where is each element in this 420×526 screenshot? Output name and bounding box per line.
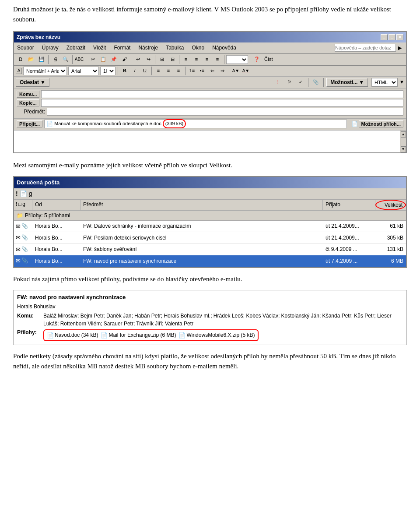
menu-nastroje[interactable]: Nástroje xyxy=(137,43,159,53)
highlight-btn[interactable]: A▼ xyxy=(231,67,240,75)
compose-body[interactable] xyxy=(14,131,400,152)
align-right[interactable]: ≡ xyxy=(202,55,212,64)
toolbar-row-1: 🗋 📂 💾 🖨 🔍 ABC ✂ 📋 📌 🖌 ↩ ↪ ⊞ ⊟ ≡ ≡ ≡ ≡ 10… xyxy=(14,54,406,66)
preview-button[interactable]: 🔍 xyxy=(61,55,70,64)
italic-button[interactable]: I xyxy=(130,67,139,75)
menu-bar: Soubor Úpravy Zobrazit Vložit Formát Nás… xyxy=(14,42,406,54)
insert-table[interactable]: ⊞ xyxy=(157,55,167,64)
row0-date: út 21.4.2009... xyxy=(323,222,375,230)
to-button[interactable]: Komu... xyxy=(17,91,39,98)
options-dropdown-icon[interactable]: ▼ xyxy=(359,79,364,85)
help-search-go[interactable]: ▶ xyxy=(397,44,403,52)
menu-vlozit[interactable]: Vložit xyxy=(92,43,107,53)
zoom-select[interactable]: 100% xyxy=(226,55,248,64)
align-center-fmt[interactable]: ≡ xyxy=(164,67,173,75)
minimize-button[interactable]: _ xyxy=(381,34,388,40)
new-button[interactable]: 🗋 xyxy=(16,55,25,64)
sep-fmt3 xyxy=(185,67,186,75)
numbering-btn[interactable]: 1≡ xyxy=(188,67,196,75)
menu-tabulka[interactable]: Tabulka xyxy=(164,43,185,53)
maximize-button[interactable]: □ xyxy=(388,34,396,40)
followup[interactable]: 🏳 xyxy=(284,78,294,87)
check-names[interactable]: ✓ xyxy=(296,78,305,87)
priority-high[interactable]: ! xyxy=(273,78,283,87)
save-button[interactable]: 💾 xyxy=(37,55,46,64)
options-button[interactable]: Možnosti... ▼ xyxy=(326,78,368,87)
row2-email-icon: ✉ xyxy=(16,245,21,254)
cc-button[interactable]: Kopie... xyxy=(17,99,39,106)
intro-para2: Mezi samotnými e-maily poznáme jejich ve… xyxy=(13,160,407,170)
underline-button[interactable]: U xyxy=(140,67,149,75)
paste-button[interactable]: 📌 xyxy=(109,55,119,64)
cols-button[interactable]: ⊟ xyxy=(168,55,177,64)
send-dropdown-icon[interactable]: ▼ xyxy=(40,79,46,85)
row3-subject: FW: navod pro nastaveni synchronizace xyxy=(80,257,323,265)
inbox-row-3[interactable]: ✉ 📎 Horais Bo... FW: navod pro nastaveni… xyxy=(14,255,406,267)
cut-button[interactable]: ✂ xyxy=(88,55,98,64)
scroll-down-arrow[interactable]: ▼ xyxy=(401,146,406,152)
scroll-up-arrow[interactable]: ▲ xyxy=(401,131,406,138)
bullets-btn[interactable]: •≡ xyxy=(198,67,206,75)
row1-email-icon: ✉ xyxy=(16,233,21,242)
inbox-icon-doc: 📄 xyxy=(20,189,27,198)
open-button[interactable]: 📂 xyxy=(26,55,36,64)
subject-input[interactable] xyxy=(47,108,403,116)
menu-okno[interactable]: Okno xyxy=(191,43,206,53)
help-search-input[interactable] xyxy=(335,44,396,52)
format-select-dropdown[interactable]: HTML xyxy=(371,78,398,87)
col-g[interactable]: g xyxy=(22,200,25,210)
attach-options-button[interactable]: Možnosti příloh... xyxy=(359,120,403,127)
style-select[interactable]: Normální + Aria xyxy=(23,67,67,75)
col-exclaim[interactable]: ! xyxy=(16,200,18,210)
format-dropdown-arrow[interactable]: ▼ xyxy=(399,78,404,86)
sep-fmt2 xyxy=(151,67,152,75)
spell-button[interactable]: ABC xyxy=(74,55,84,64)
align-left-fmt[interactable]: ≡ xyxy=(154,67,163,75)
col-subject-header[interactable]: Předmět xyxy=(80,200,323,210)
font-select[interactable]: Arial xyxy=(68,67,99,75)
inbox-row-1[interactable]: ✉ 📎 Horais Bo... FW: Posilam detekci ser… xyxy=(14,232,406,244)
help-btn[interactable]: ❓ xyxy=(252,55,262,64)
menu-upravy[interactable]: Úpravy xyxy=(41,43,60,53)
redo-button[interactable]: ↪ xyxy=(144,55,153,64)
font-size-indicator: A xyxy=(16,68,22,74)
inbox-row-0[interactable]: ✉ 📎 Horais Bo... FW: Datové schránky - i… xyxy=(14,221,406,233)
options-label: Možnosti... xyxy=(330,79,357,85)
font-color-btn[interactable]: A▼ xyxy=(242,67,250,75)
menu-napoveda[interactable]: Nápověda xyxy=(211,43,238,53)
inbox-title: Doručená pošta xyxy=(14,177,406,188)
indent-btn[interactable]: ⇒ xyxy=(218,67,227,75)
col-date-header[interactable]: Přijato xyxy=(323,200,375,210)
menu-soubor[interactable]: Soubor xyxy=(16,43,35,53)
menu-zobrazit[interactable]: Zobrazit xyxy=(65,43,87,53)
print-button[interactable]: 🖨 xyxy=(50,55,60,64)
close-button[interactable]: ✕ xyxy=(396,34,403,40)
justify[interactable]: ≡ xyxy=(213,55,222,64)
attach-button[interactable]: Připojit... xyxy=(17,120,42,127)
col-doc-icon[interactable]: □ xyxy=(18,200,21,210)
bold-button[interactable]: B xyxy=(120,67,129,75)
to-input[interactable] xyxy=(41,90,403,98)
outdent-btn[interactable]: ⇐ xyxy=(208,67,217,75)
align-left[interactable]: ≡ xyxy=(181,55,191,64)
fontsize-select[interactable]: 10 xyxy=(100,67,116,75)
col-from-header[interactable]: Od xyxy=(32,200,80,210)
sep1 xyxy=(48,55,49,64)
format-bar: A Normální + Aria Arial 10 B I U ≡ ≡ ≡ 1… xyxy=(14,66,406,77)
undo-button[interactable]: ↩ xyxy=(133,55,143,64)
align-right-fmt[interactable]: ≡ xyxy=(174,67,183,75)
attach-file-btn[interactable]: 📎 xyxy=(311,78,321,87)
attach2-name: WindowsMobile6.X.zip (5 kB) xyxy=(186,331,255,339)
outlook-title: Zpráva bez názvu xyxy=(17,33,60,41)
format-painter[interactable]: 🖌 xyxy=(119,55,129,64)
sep8 xyxy=(250,55,250,64)
menu-format[interactable]: Formát xyxy=(112,43,132,53)
copy-button[interactable]: 📋 xyxy=(98,55,108,64)
cc-input[interactable] xyxy=(41,99,403,107)
align-center[interactable]: ≡ xyxy=(192,55,201,64)
vertical-scrollbar[interactable]: ▲ ▼ xyxy=(400,131,406,152)
inbox-row-2[interactable]: ✉ 📎 Horais Bo... FW: šablony ověřování č… xyxy=(14,244,406,256)
inbox-window: Doručená pošta ! 📄 g ! □ g Od Předmět Př… xyxy=(13,176,407,268)
col-size-header[interactable]: Velikost xyxy=(375,200,406,210)
send-button[interactable]: Odeslat ▼ xyxy=(16,78,49,87)
